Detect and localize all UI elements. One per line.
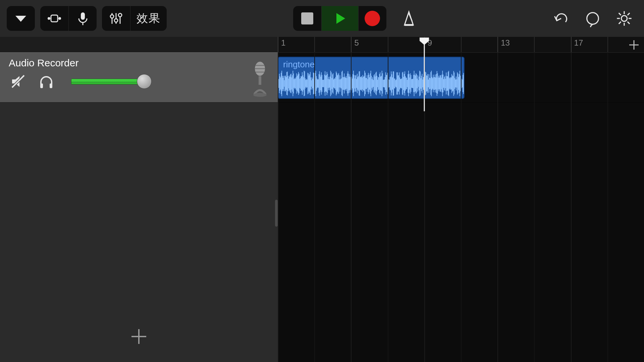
my-songs-button[interactable]	[7, 6, 35, 31]
svg-rect-116	[327, 72, 327, 95]
svg-rect-268	[421, 78, 421, 88]
svg-rect-218	[390, 77, 390, 90]
sliders-icon	[108, 10, 124, 26]
headphones-icon	[38, 73, 54, 89]
svg-rect-75	[301, 76, 302, 90]
mute-button[interactable]	[9, 72, 28, 91]
add-section-button[interactable]	[628, 39, 640, 52]
svg-rect-121	[330, 76, 330, 90]
view-input-group	[40, 6, 97, 31]
microphone-icon	[75, 10, 91, 26]
timeline-area[interactable]: ringtone	[278, 52, 644, 362]
record-button[interactable]	[358, 6, 386, 31]
svg-rect-212	[386, 75, 387, 92]
svg-rect-111	[324, 80, 324, 87]
svg-rect-255	[413, 79, 413, 88]
gear-icon	[615, 10, 633, 27]
volume-slider[interactable]	[71, 76, 195, 86]
panel-scrollbar[interactable]	[275, 200, 278, 227]
ruler-row: 1591317	[0, 37, 644, 52]
svg-rect-294	[437, 71, 437, 96]
timeline-ruler[interactable]: 1591317	[278, 37, 644, 52]
svg-rect-291	[435, 74, 435, 92]
svg-rect-181	[367, 75, 368, 92]
svg-rect-306	[444, 77, 445, 90]
svg-rect-72	[300, 79, 300, 88]
svg-rect-207	[383, 80, 383, 87]
svg-rect-174	[363, 75, 363, 92]
svg-rect-160	[354, 75, 355, 92]
svg-rect-301	[441, 77, 442, 89]
svg-rect-308	[445, 79, 446, 88]
svg-rect-129	[335, 78, 335, 88]
svg-rect-275	[425, 72, 426, 95]
svg-rect-327	[457, 72, 458, 95]
audio-clip[interactable]: ringtone	[278, 57, 465, 99]
svg-rect-163	[356, 75, 356, 92]
svg-point-9	[114, 19, 118, 22]
record-icon	[365, 11, 380, 26]
clip-label: ringtone	[278, 57, 464, 70]
svg-line-24	[619, 22, 621, 24]
svg-rect-216	[388, 79, 389, 87]
svg-point-35	[253, 93, 267, 97]
svg-rect-53	[288, 76, 288, 91]
svg-rect-184	[369, 75, 369, 92]
volume-knob[interactable]	[137, 74, 152, 89]
svg-rect-34	[259, 76, 261, 85]
svg-rect-32	[50, 83, 52, 88]
track-header[interactable]: Audio Recorder	[0, 52, 278, 103]
svg-rect-227	[395, 80, 396, 87]
settings-button[interactable]	[611, 6, 637, 31]
svg-rect-263	[418, 75, 418, 92]
svg-rect-246	[407, 80, 408, 87]
svg-rect-77	[303, 75, 303, 92]
svg-rect-243	[405, 76, 406, 90]
stop-icon	[301, 12, 313, 24]
undo-button[interactable]	[548, 6, 574, 31]
svg-rect-254	[412, 79, 413, 88]
projects-group	[7, 6, 35, 31]
svg-rect-145	[344, 77, 345, 90]
svg-rect-222	[392, 77, 393, 90]
svg-rect-330	[459, 74, 460, 93]
svg-rect-157	[352, 78, 353, 88]
svg-rect-39	[279, 74, 280, 93]
svg-rect-128	[334, 78, 335, 88]
svg-rect-47	[284, 80, 285, 86]
loop-browser-button[interactable]	[580, 6, 606, 31]
svg-point-11	[118, 13, 122, 17]
fx-button[interactable]: 效果	[130, 6, 167, 31]
ruler-label: 5	[354, 38, 359, 48]
svg-rect-305	[443, 79, 444, 88]
ruler-label: 9	[428, 38, 432, 48]
svg-rect-141	[342, 71, 343, 96]
svg-rect-269	[421, 76, 422, 91]
loop-icon	[584, 10, 601, 27]
instrument-browser-button[interactable]	[40, 6, 68, 31]
top-toolbar: 效果	[0, 0, 644, 37]
metronome-button[interactable]	[396, 6, 422, 31]
add-track-button[interactable]	[129, 327, 148, 347]
svg-rect-57	[290, 74, 291, 93]
svg-rect-240	[403, 77, 404, 90]
svg-rect-281	[429, 74, 429, 93]
svg-rect-142	[343, 77, 343, 89]
svg-rect-89	[310, 72, 311, 95]
svg-rect-159	[353, 71, 354, 96]
svg-rect-277	[426, 75, 427, 92]
svg-rect-102	[318, 79, 319, 87]
svg-rect-324	[455, 79, 456, 87]
mic-input-button[interactable]	[68, 6, 97, 31]
svg-rect-237	[401, 78, 402, 88]
stop-button[interactable]	[293, 6, 321, 31]
headphones-button[interactable]	[37, 72, 56, 91]
svg-rect-194	[375, 76, 376, 90]
svg-rect-105	[320, 75, 320, 93]
svg-rect-81	[305, 78, 306, 88]
play-button[interactable]	[321, 6, 358, 31]
svg-point-1	[48, 17, 50, 20]
svg-rect-112	[324, 75, 325, 92]
track-controls-button[interactable]	[102, 6, 130, 31]
svg-rect-297	[438, 76, 439, 91]
